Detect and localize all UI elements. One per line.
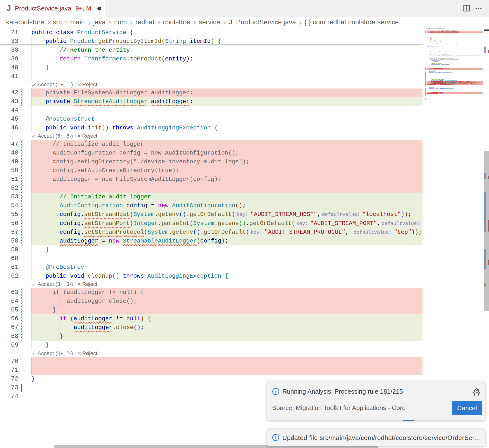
svg-text:package com.redhat.coolstore.s: package com.redhat.coolstore.service;: [427, 28, 445, 29]
svg-text:return Transformers.toProduct(: return Transformers.toProduct(entity);: [427, 64, 450, 65]
svg-text:return cs.getCatalogItems().st: return cs.getCatalogItems().stream().map…: [427, 55, 480, 56]
svg-text:}: }: [427, 85, 429, 86]
svg-text:public class ProductService {: public class ProductService {: [427, 46, 441, 47]
svg-text:.close();: .close();: [438, 93, 443, 94]
svg-text:}: }: [427, 52, 429, 53]
svg-text:}: }: [427, 65, 429, 66]
svg-text:import com.enterprise.audit.lo: import com.enterprise.audit.logging.exce…: [427, 31, 461, 32]
svg-text:}: }: [427, 56, 429, 57]
svg-text:public void cleanup() throws A: public void cleanup() throws AuditLoggin…: [427, 88, 455, 89]
svg-text:CatalogService cs;: CatalogService cs;: [427, 49, 438, 50]
svg-text:}: }: [427, 95, 429, 96]
svg-text:import java.util.stream.Collec: import java.util.stream.Collectors;: [427, 41, 444, 42]
svg-text:return null;: return null;: [427, 61, 439, 62]
svg-text:import com.redhat.coolstore.ut: import com.redhat.coolstore.utils.Transf…: [427, 35, 450, 36]
svg-text:public void init() throws Audi: public void init() throws AuditLoggingEx…: [427, 72, 453, 73]
svg-text:}: }: [427, 98, 428, 99]
svg-text:import static com.redhat.cools: import static com.redhat.coolstore.utils…: [427, 43, 459, 44]
